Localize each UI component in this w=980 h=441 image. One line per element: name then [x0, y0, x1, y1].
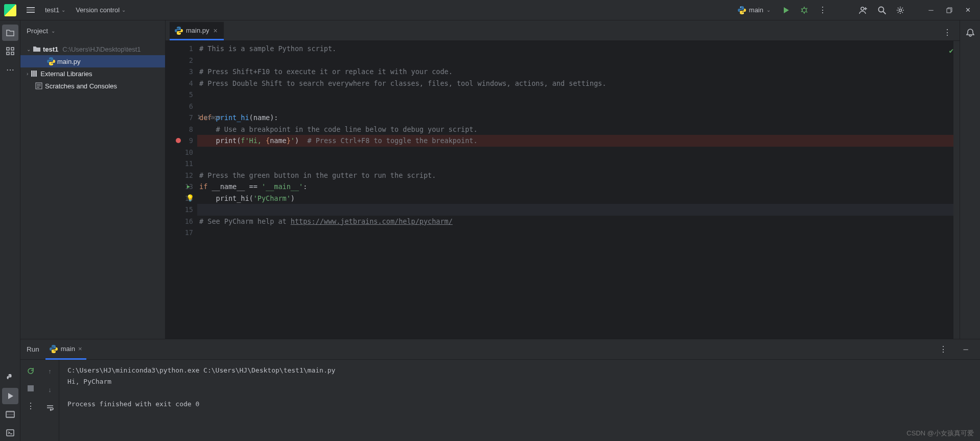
- scroll-down-button[interactable]: ↓: [42, 381, 58, 398]
- svg-rect-15: [35, 71, 37, 77]
- code-with-me-icon[interactable]: [855, 2, 872, 18]
- settings-icon[interactable]: [892, 2, 908, 18]
- library-icon: [30, 69, 38, 78]
- chevron-right-icon[interactable]: ›: [27, 71, 28, 77]
- svg-point-2: [802, 8, 806, 12]
- code-editor[interactable]: 1234561 usage78910111213▶14💡151617 # Thi…: [166, 41, 960, 339]
- svg-rect-13: [31, 71, 33, 77]
- app-logo: [4, 4, 16, 16]
- rerun-button[interactable]: [22, 363, 39, 379]
- svg-point-4: [879, 7, 884, 12]
- project-panel: Project⌄ ⌄ test1 C:\Users\HJ\Desktop\tes…: [20, 20, 166, 339]
- run-tool-button[interactable]: [2, 388, 18, 404]
- run-tab[interactable]: main ×: [45, 339, 86, 360]
- python-icon: [175, 27, 183, 35]
- vcs-selector[interactable]: Version control⌄: [72, 4, 130, 16]
- run-config-selector[interactable]: main⌄: [733, 4, 776, 16]
- project-tool-button[interactable]: [2, 25, 18, 41]
- left-tool-strip: [0, 20, 20, 441]
- tree-file-main[interactable]: main.py: [20, 55, 165, 67]
- project-selector[interactable]: test1⌄: [41, 4, 69, 16]
- breakpoint-icon[interactable]: [176, 138, 181, 143]
- svg-rect-6: [947, 9, 951, 13]
- search-icon[interactable]: [874, 2, 890, 18]
- notifications-button[interactable]: [962, 25, 978, 41]
- folder-icon: [33, 45, 41, 53]
- watermark: CSDN @小女孩真可爱: [906, 429, 974, 438]
- svg-rect-17: [28, 385, 34, 391]
- close-run-tab-icon[interactable]: ×: [78, 345, 82, 353]
- close-button[interactable]: ✕: [960, 2, 976, 18]
- editor-tab-bar: main.py ×: [166, 20, 960, 41]
- run-gutter-icon[interactable]: ▶: [187, 181, 190, 193]
- python-console-button[interactable]: [2, 369, 18, 386]
- svg-point-0: [740, 7, 741, 8]
- more-tools-button[interactable]: [2, 61, 18, 78]
- python-icon: [738, 6, 746, 14]
- python-icon: [50, 345, 58, 353]
- svg-rect-10: [11, 52, 14, 55]
- right-tool-strip: [960, 20, 980, 339]
- scratches-icon: [35, 82, 43, 90]
- svg-rect-7: [7, 48, 9, 50]
- hide-run-panel[interactable]: ─: [958, 341, 974, 358]
- editor-scrollbar[interactable]: [953, 41, 960, 339]
- run-tools-more[interactable]: [22, 398, 39, 414]
- tree-scratches[interactable]: Scratches and Consoles: [20, 80, 165, 92]
- svg-rect-9: [7, 52, 9, 55]
- close-tab-icon[interactable]: ×: [213, 27, 219, 35]
- run-button[interactable]: [778, 2, 794, 18]
- editor-tab[interactable]: main.py ×: [170, 22, 224, 40]
- stop-button[interactable]: [22, 380, 39, 397]
- terminal-tool-button[interactable]: [2, 425, 18, 441]
- services-tool-button[interactable]: [2, 406, 18, 423]
- chevron-down-icon[interactable]: ⌄: [27, 47, 31, 52]
- svg-point-5: [899, 9, 902, 11]
- editor-area: main.py × 1234561 usage78910111213▶14💡15…: [166, 20, 960, 339]
- project-panel-header[interactable]: Project⌄: [20, 20, 165, 41]
- tab-more-actions[interactable]: [939, 24, 955, 40]
- run-panel: Run main × ─ ↑ ↓: [20, 339, 980, 441]
- svg-rect-14: [33, 71, 35, 77]
- run-more-actions[interactable]: [935, 341, 951, 358]
- run-panel-title: Run: [27, 345, 39, 353]
- svg-point-3: [861, 7, 864, 10]
- soft-wrap-button[interactable]: [42, 400, 58, 416]
- svg-point-1: [743, 13, 744, 14]
- more-actions[interactable]: [814, 2, 831, 18]
- python-icon: [47, 57, 55, 65]
- maximize-button[interactable]: [941, 2, 958, 18]
- hamburger-menu[interactable]: [22, 2, 39, 18]
- tree-root[interactable]: ⌄ test1 C:\Users\HJ\Desktop\test1: [20, 43, 165, 55]
- title-bar: test1⌄ Version control⌄ main⌄ ─ ✕: [0, 0, 980, 20]
- console-output[interactable]: C:\Users\HJ\miniconda3\python.exe C:\Use…: [59, 360, 980, 441]
- minimize-button[interactable]: ─: [923, 2, 939, 18]
- structure-tool-button[interactable]: [2, 43, 18, 59]
- tree-external-libs[interactable]: › External Libraries: [20, 67, 165, 80]
- svg-rect-8: [11, 48, 14, 50]
- debug-button[interactable]: [796, 2, 812, 18]
- scroll-up-button[interactable]: ↑: [42, 363, 58, 379]
- inspection-status-icon[interactable]: ✔: [949, 45, 953, 57]
- intention-bulb-icon[interactable]: 💡: [186, 193, 194, 204]
